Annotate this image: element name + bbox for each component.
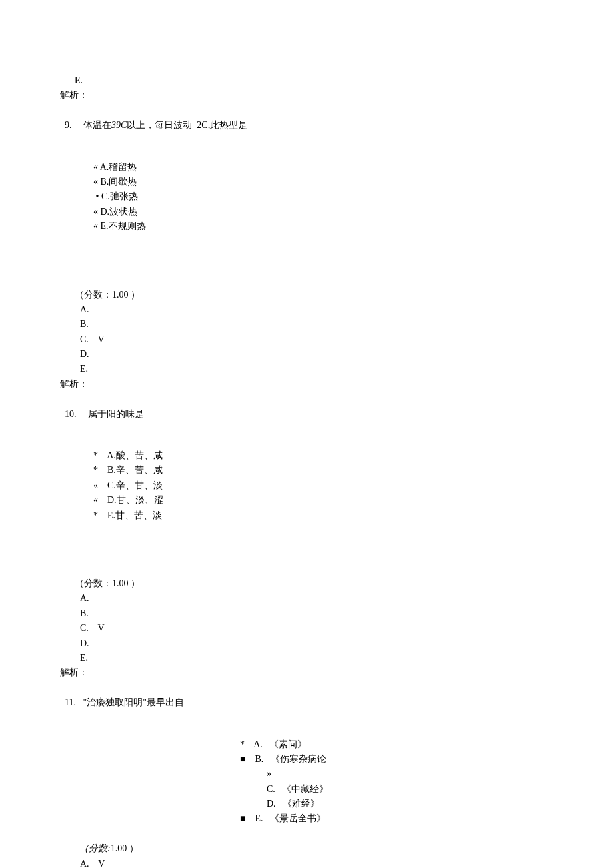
q11-option-b2: » [0, 767, 613, 781]
q10-answer-d: D. [0, 636, 613, 651]
q11-score: （分数:1.00 ） [0, 827, 613, 857]
q10-option-c: « C.辛、甘、淡 [0, 478, 613, 493]
analysis-label: 解析： [0, 88, 613, 103]
q11-option-a: * A. 《素问》 [0, 737, 613, 752]
q9-answer-a: A. [0, 302, 613, 317]
q9-option-b: « B.间歇热 [0, 175, 613, 189]
q9-stem-a: 体温在 [83, 120, 111, 130]
q10-answer-b: B. [0, 606, 613, 621]
answer-e: E. [0, 73, 613, 88]
q10-score: （分数：1.00 ） [0, 576, 613, 591]
q9-option-d: « D.波状热 [0, 205, 613, 219]
q11-number: 11. [65, 697, 76, 707]
q9-stem-italic: 39C [111, 120, 127, 130]
q10-option-e: * E.甘、苦、淡 [0, 508, 613, 523]
q9-score: （分数：1.00 ） [0, 288, 613, 302]
q10-option-d: « D.甘、淡、涩 [0, 493, 613, 508]
q11-option-b: ■ B. 《伤寒杂病论 [0, 752, 613, 767]
q10-answer-a: A. [0, 591, 613, 606]
q9-answer-b: B. [0, 317, 613, 332]
q9-stem-b: 以上，每日波动 2C,此热型是 [127, 120, 247, 130]
q11-score-italic: （分数: [79, 843, 111, 853]
q10-answer-c: C. V [0, 621, 613, 636]
q11-stem-text: "治痿独取阳明"最早出自 [83, 697, 183, 707]
q9-option-e: « E.不规则热 [0, 219, 613, 234]
q10-analysis-label: 解析： [0, 665, 613, 680]
q9-number: 9. [65, 120, 72, 130]
q11-option-d: D. 《难经》 [0, 797, 613, 811]
q11-score-rest: 1.00 ） [111, 843, 139, 853]
q9-stem: 9. 体温在39C以上，每日波动 2C,此热型是 [0, 103, 613, 133]
q10-option-b: * B.辛、苦、咸 [0, 463, 613, 478]
q10-option-a: * A.酸、苦、咸 [0, 448, 613, 463]
q10-number: 10. [65, 409, 77, 419]
q11-answer-a: A. V [0, 857, 613, 868]
q9-option-a: « A.稽留热 [0, 160, 613, 175]
q9-answer-e: E. [0, 362, 613, 376]
q10-stem-text: 属于阳的味是 [88, 409, 144, 419]
q10-stem: 10. 属于阳的味是 [0, 392, 613, 422]
q11-option-c: C. 《中藏经》 [0, 782, 613, 797]
q9-analysis-label: 解析： [0, 377, 613, 392]
q10-answer-e: E. [0, 651, 613, 665]
q9-option-c: • C.弛张热 [0, 189, 613, 204]
q11-option-e: ■ E. 《景岳全书》 [0, 811, 613, 826]
q11-stem: 11. "治痿独取阳明"最早出自 [0, 681, 613, 711]
q9-answer-c: C. V [0, 332, 613, 347]
q9-answer-d: D. [0, 347, 613, 362]
